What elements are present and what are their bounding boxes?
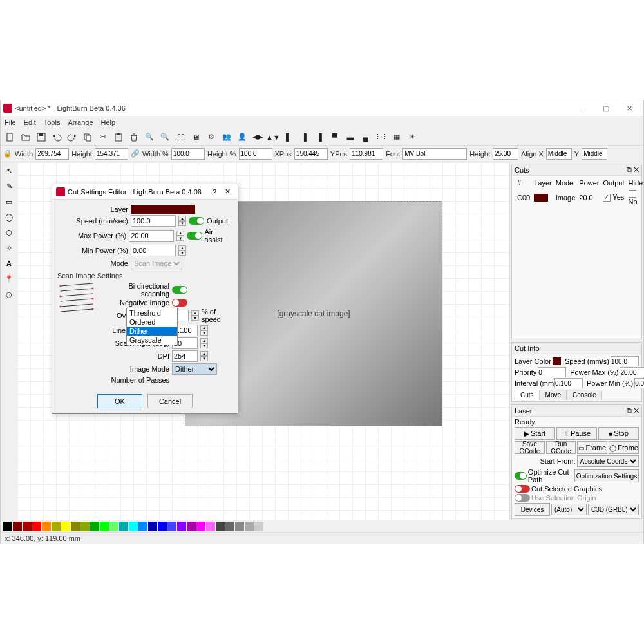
hide-checkbox[interactable] [629, 190, 636, 198]
zoom-in-icon[interactable]: 🔍 [142, 130, 156, 144]
font-input[interactable] [402, 148, 467, 160]
palette-swatch[interactable] [23, 522, 32, 531]
pen-tool-icon[interactable]: ✎ [2, 179, 16, 193]
output-checkbox[interactable] [603, 194, 611, 202]
align-right-icon[interactable]: ▐ [312, 130, 327, 144]
dialog-mode-select[interactable]: Scan Image [131, 258, 182, 269]
menu-tools[interactable]: Tools [44, 118, 61, 126]
palette-swatch[interactable] [225, 522, 234, 531]
close-button[interactable]: ✕ [618, 101, 641, 115]
panel-pin-icon[interactable]: ⧉ ✕ [627, 166, 639, 174]
heightpct-input[interactable] [239, 148, 272, 160]
palette-swatch[interactable] [254, 522, 263, 531]
flip-v-icon[interactable]: ▲▼ [266, 130, 280, 144]
align-middle-icon[interactable]: ▬ [343, 130, 357, 144]
offset-tool-icon[interactable]: ◎ [2, 287, 16, 301]
distribute-h-icon[interactable]: ⋮⋮ [374, 130, 388, 144]
devices-button[interactable]: Devices [515, 503, 550, 516]
ci-interval[interactable] [554, 378, 583, 388]
palette-swatch[interactable] [167, 522, 176, 531]
menu-help[interactable]: Help [101, 118, 116, 126]
sun-icon[interactable]: ☀ [405, 130, 419, 144]
ellipse-tool-icon[interactable]: ◯ [2, 210, 16, 224]
palette-swatch[interactable] [187, 522, 196, 531]
cut-icon[interactable]: ✂ [96, 130, 110, 144]
air-toggle[interactable] [187, 232, 202, 240]
start-button[interactable]: ▶ Start [515, 427, 555, 440]
run-gcode-button[interactable]: Run GCode [546, 441, 576, 454]
group-icon[interactable]: 👥 [220, 130, 234, 144]
align-left-icon[interactable]: ▌ [281, 130, 296, 144]
delete-icon[interactable] [127, 130, 141, 144]
ci-speed[interactable] [611, 356, 639, 366]
cancel-button[interactable]: Cancel [147, 394, 193, 408]
palette-swatch[interactable] [90, 522, 99, 531]
zoom-out-icon[interactable]: 🔍 [158, 130, 172, 144]
redo-icon[interactable] [65, 130, 79, 144]
link-icon[interactable]: 🔗 [131, 149, 140, 158]
palette-swatch[interactable] [196, 522, 205, 531]
copy-icon[interactable] [80, 130, 95, 144]
align-bottom-icon[interactable]: ▄ [359, 130, 373, 144]
minimize-button[interactable]: — [571, 101, 594, 115]
gear-icon[interactable]: ⚙ [204, 130, 218, 144]
menu-file[interactable]: File [5, 118, 16, 126]
dialog-help-button[interactable]: ? [208, 188, 221, 196]
bidir-toggle[interactable] [172, 286, 187, 294]
flip-h-icon[interactable]: ◀▶ [251, 130, 265, 144]
palette-swatch[interactable] [42, 522, 51, 531]
palette-swatch[interactable] [100, 522, 109, 531]
xpos-input[interactable] [294, 148, 328, 160]
grid-icon[interactable]: ▦ [390, 130, 404, 144]
fheight-input[interactable] [493, 148, 518, 160]
frame1-button[interactable]: ▭ Frame [577, 441, 607, 454]
aligny-input[interactable] [582, 148, 607, 160]
palette-swatch[interactable] [3, 522, 12, 531]
cuts-row[interactable]: C00 Image 20.0 Yes No [516, 189, 644, 206]
palette-swatch[interactable] [235, 522, 244, 531]
dialog-speed-input[interactable] [131, 215, 176, 227]
palette-swatch[interactable] [32, 522, 41, 531]
device-select[interactable]: C3D (GRBL) [588, 504, 639, 515]
palette-swatch[interactable] [148, 522, 157, 531]
dialog-close-button[interactable]: ✕ [221, 187, 234, 196]
pause-button[interactable]: ⏸ Pause [556, 427, 597, 440]
optimize-toggle[interactable] [515, 472, 527, 480]
dialog-minpower-input[interactable] [131, 245, 176, 256]
undo-icon[interactable] [50, 130, 64, 144]
opt-settings-button[interactable]: Optimization Settings [574, 469, 639, 482]
open-icon[interactable] [19, 130, 33, 144]
align-top-icon[interactable]: ▀ [328, 130, 342, 144]
polygon-tool-icon[interactable]: ⬡ [2, 225, 16, 240]
align-center-icon[interactable]: ▐ [297, 130, 311, 144]
palette-swatch[interactable] [13, 522, 22, 531]
palette-swatch[interactable] [61, 522, 70, 531]
useselorigin-toggle[interactable] [515, 494, 530, 502]
image-mode-option[interactable]: Ordered [127, 317, 177, 327]
menu-arrange[interactable]: Arrange [68, 118, 93, 126]
ypos-input[interactable] [350, 148, 383, 160]
palette-swatch[interactable] [71, 522, 80, 531]
palette-swatch[interactable] [129, 522, 138, 531]
image-mode-option[interactable]: Threshold [127, 308, 177, 317]
height-input[interactable] [95, 148, 128, 160]
monitor-icon[interactable]: 🖥 [189, 130, 203, 144]
output-toggle[interactable] [189, 217, 204, 225]
width-input[interactable] [35, 148, 69, 160]
ci-priority[interactable] [538, 367, 566, 377]
auto-select[interactable]: (Auto) [551, 504, 587, 515]
palette-swatch[interactable] [177, 522, 186, 531]
maximize-button[interactable]: ▢ [594, 101, 618, 115]
ci-pmax[interactable] [620, 367, 644, 377]
laser-pin-icon[interactable]: ⧉ ✕ [627, 406, 639, 415]
dpi-input[interactable] [172, 350, 198, 362]
alignx-input[interactable] [546, 148, 572, 160]
image-mode-select[interactable]: Dither [172, 363, 217, 375]
paste-icon[interactable] [111, 130, 126, 144]
ok-button[interactable]: OK [97, 394, 142, 408]
rect-tool-icon[interactable]: ▭ [2, 194, 16, 209]
dialog-maxpower-input[interactable] [129, 230, 174, 242]
menu-edit[interactable]: Edit [24, 118, 36, 126]
cutsel-toggle[interactable] [515, 485, 530, 493]
lock-icon[interactable]: 🔒 [3, 149, 12, 158]
